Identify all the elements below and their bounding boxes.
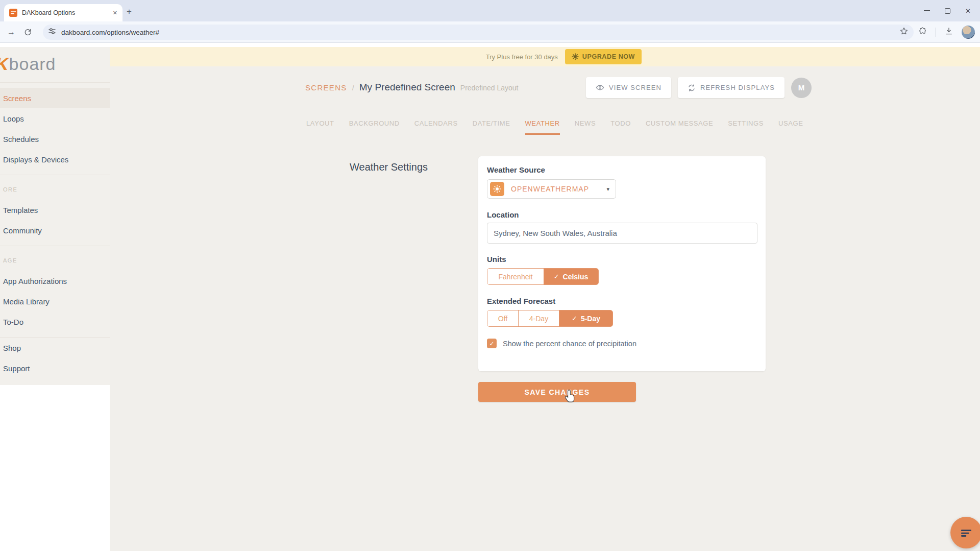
weather-settings-card: Weather Source OPENWEATHERMAP ▾ Location…: [478, 156, 766, 371]
extended-forecast-label: Extended Forecast: [487, 297, 555, 305]
tab-calendars[interactable]: CALENDARS: [414, 119, 458, 135]
breadcrumb: SCREENS / My Predefined Screen Predefine…: [305, 82, 518, 93]
upgrade-now-button[interactable]: UPGRADE NOW: [565, 49, 642, 64]
weather-source-value: OPENWEATHERMAP: [511, 185, 600, 193]
sidebar-item-schedules[interactable]: Schedules: [0, 129, 110, 149]
new-tab-button[interactable]: +: [127, 7, 132, 17]
forward-icon[interactable]: →: [7, 28, 15, 37]
chat-lines-icon: [960, 526, 973, 539]
banner-message: Try Plus free for 30 days: [486, 53, 558, 61]
section-heading: Weather Settings: [350, 161, 428, 173]
forecast-option-5-day[interactable]: ✓ 5-Day: [559, 310, 612, 326]
bookmark-star-icon[interactable]: [899, 27, 909, 38]
weather-source-dropdown[interactable]: OPENWEATHERMAP ▾: [487, 179, 616, 199]
refresh-displays-label: REFRESH DISPLAYS: [700, 84, 775, 91]
check-icon: ✓: [572, 315, 577, 322]
sidebar-item-media-library[interactable]: Media Library: [0, 291, 110, 312]
url-text[interactable]: dakboard.com/options/weather#: [61, 29, 899, 36]
sidebar: Kboard Screens Loops Schedules Displays …: [0, 47, 110, 385]
units-option-celsius[interactable]: ✓ Celsius: [544, 269, 598, 284]
main-content: Try Plus free for 30 days UPGRADE NOW SC…: [110, 47, 980, 551]
location-input[interactable]: [487, 223, 757, 244]
browser-tabstrip: DAKboard Options ✕ + ✕: [0, 0, 980, 21]
site-info-icon[interactable]: [48, 27, 56, 37]
browser-tab[interactable]: DAKboard Options ✕: [4, 4, 122, 21]
page-title: My Predefined Screen: [359, 82, 455, 93]
browser-profile-avatar[interactable]: [962, 26, 975, 39]
sidebar-item-app-authorizations[interactable]: App Authorizations: [0, 271, 110, 291]
window-minimize-button[interactable]: [924, 10, 930, 11]
check-icon: ✓: [554, 273, 559, 280]
tab-background[interactable]: BACKGROUND: [349, 119, 400, 135]
upgrade-banner: Try Plus free for 30 days UPGRADE NOW: [110, 47, 980, 66]
window-close-button[interactable]: ✕: [965, 8, 971, 14]
tab-date-time[interactable]: DATE/TIME: [473, 119, 510, 135]
chevron-down-icon: ▾: [606, 186, 609, 193]
location-label: Location: [487, 210, 519, 219]
logo-text: board: [9, 54, 56, 74]
sidebar-item-screens[interactable]: Screens: [0, 88, 110, 108]
sidebar-item-displays-devices[interactable]: Displays & Devices: [0, 149, 110, 170]
upgrade-now-label: UPGRADE NOW: [582, 53, 635, 60]
eye-icon: [596, 83, 604, 92]
download-icon[interactable]: [944, 27, 953, 38]
breadcrumb-screens-link[interactable]: SCREENS: [305, 83, 347, 92]
precipitation-checkbox[interactable]: ✓: [487, 339, 497, 348]
window-maximize-button[interactable]: [945, 8, 950, 14]
tab-settings[interactable]: SETTINGS: [728, 119, 764, 135]
sun-icon: [490, 182, 504, 196]
sidebar-section-manage: AGE: [0, 246, 110, 271]
app-window: Kboard Screens Loops Schedules Displays …: [0, 47, 980, 551]
extended-forecast-toggle: Off 4-Day ✓ 5-Day: [487, 310, 613, 327]
upgrade-gear-icon: [572, 53, 579, 60]
forecast-option-4-day[interactable]: 4-Day: [518, 310, 559, 326]
tab-close-icon[interactable]: ✕: [113, 10, 117, 16]
tab-usage[interactable]: USAGE: [778, 119, 803, 135]
sidebar-section-more: ORE: [0, 175, 110, 200]
chat-widget-button[interactable]: [950, 517, 980, 548]
tab-title: DAKboard Options: [22, 9, 108, 16]
save-changes-button[interactable]: SAVE CHANGES: [478, 382, 636, 402]
sidebar-item-support[interactable]: Support: [0, 358, 110, 378]
breadcrumb-separator: /: [352, 83, 354, 92]
tab-layout[interactable]: LAYOUT: [306, 119, 334, 135]
sidebar-item-to-do[interactable]: To-Do: [0, 312, 110, 332]
precipitation-label: Show the percent chance of precipitation: [503, 340, 636, 348]
reload-icon[interactable]: [23, 28, 32, 36]
address-bar[interactable]: dakboard.com/options/weather#: [43, 25, 914, 40]
sidebar-item-loops[interactable]: Loops: [0, 108, 110, 129]
extensions-icon[interactable]: [918, 27, 927, 38]
refresh-displays-button[interactable]: REFRESH DISPLAYS: [678, 77, 785, 98]
units-option-celsius-label: Celsius: [563, 273, 589, 281]
sidebar-item-community[interactable]: Community: [0, 220, 110, 241]
dakboard-favicon: [9, 9, 17, 17]
browser-toolbar: → dakboard.com/options/weather#: [0, 21, 980, 43]
logo[interactable]: Kboard: [0, 47, 110, 83]
units-toggle: Fahrenheit ✓ Celsius: [487, 268, 599, 285]
refresh-icon: [688, 84, 696, 92]
sidebar-item-shop[interactable]: Shop: [0, 338, 110, 358]
settings-tabs: LAYOUT BACKGROUND CALENDARS DATE/TIME WE…: [306, 119, 803, 135]
weather-source-label: Weather Source: [487, 165, 545, 174]
toolbar-divider: [936, 28, 936, 37]
forecast-option-5-day-label: 5-Day: [581, 315, 600, 323]
tab-news[interactable]: NEWS: [575, 119, 596, 135]
view-screen-label: VIEW SCREEN: [609, 84, 662, 91]
forecast-option-off[interactable]: Off: [487, 310, 518, 326]
tab-weather[interactable]: WEATHER: [525, 119, 560, 135]
view-screen-button[interactable]: VIEW SCREEN: [586, 77, 671, 98]
units-option-fahrenheit[interactable]: Fahrenheit: [487, 269, 544, 284]
user-avatar[interactable]: M: [791, 78, 812, 98]
units-label: Units: [487, 255, 506, 263]
tab-todo[interactable]: TODO: [610, 119, 631, 135]
sidebar-item-templates[interactable]: Templates: [0, 200, 110, 220]
tab-custom-message[interactable]: CUSTOM MESSAGE: [646, 119, 713, 135]
page-subtitle: Predefined Layout: [460, 84, 519, 92]
